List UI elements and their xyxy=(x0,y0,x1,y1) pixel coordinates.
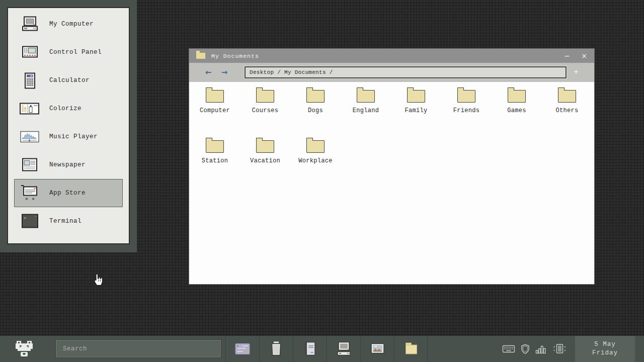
folder-label: Computer xyxy=(200,107,230,114)
music-player-icon xyxy=(18,129,41,144)
folder-label: England xyxy=(353,107,379,114)
bear-logo-icon xyxy=(14,339,34,359)
app-store-icon xyxy=(18,184,41,202)
folder-label: Family xyxy=(405,107,427,114)
menu-item-app-store[interactable]: App Store xyxy=(14,179,123,207)
menu-item-label: App Store xyxy=(49,190,86,197)
folder-item-vacation[interactable]: Vacation xyxy=(240,132,290,183)
folder-label: Vacation xyxy=(250,157,280,164)
menu-item-label: Control Panel xyxy=(49,49,102,56)
clock-date[interactable]: 5 May Friday xyxy=(575,336,635,362)
folder-icon xyxy=(508,90,526,103)
folder-icon xyxy=(558,90,576,103)
start-menu: My Computer Control Panel xyxy=(7,7,130,244)
date-weekday: Friday xyxy=(592,349,618,357)
calculator-icon xyxy=(18,72,41,89)
add-button[interactable]: + xyxy=(571,66,581,78)
window-title: My Documents xyxy=(211,53,259,59)
folder-icon xyxy=(457,90,475,103)
folder-icon xyxy=(256,90,274,103)
back-button[interactable]: ← xyxy=(202,66,214,78)
folder-label: Dogs xyxy=(308,107,323,114)
folder-item-england[interactable]: England xyxy=(341,82,391,132)
folder-icon xyxy=(306,140,325,153)
menu-item-control-panel[interactable]: Control Panel xyxy=(14,38,123,66)
folder-item-workplace[interactable]: Workplace xyxy=(290,132,341,183)
start-panel: My Computer Control Panel xyxy=(0,0,137,252)
folder-item-friends[interactable]: Friends xyxy=(441,82,492,132)
folder-label: Others xyxy=(555,107,578,114)
folder-icon xyxy=(407,90,425,103)
folder-item-courses[interactable]: Courses xyxy=(240,82,290,132)
folder-icon xyxy=(206,140,224,153)
start-logo-button[interactable] xyxy=(14,339,34,361)
folder-label: Courses xyxy=(252,107,279,114)
titlebar-folder-icon xyxy=(196,53,205,59)
folder-item-others[interactable]: Others xyxy=(542,82,592,132)
computer-icon xyxy=(335,340,353,358)
taskbar-app-computer[interactable] xyxy=(327,336,360,362)
folder-label: Workplace xyxy=(298,157,333,164)
folder-icon xyxy=(256,140,274,153)
folder-label: Station xyxy=(202,157,228,164)
terminal-icon: > xyxy=(18,214,41,229)
menu-item-label: Music Player xyxy=(49,133,98,140)
control-panel-icon xyxy=(18,44,41,60)
date-day: 5 May xyxy=(594,340,616,349)
taskbar-app-folder[interactable] xyxy=(394,336,428,362)
forward-button[interactable]: → xyxy=(218,66,230,78)
my-computer-icon xyxy=(18,16,41,32)
menu-item-colorize[interactable]: Colorize xyxy=(14,95,123,123)
hand-cursor xyxy=(92,273,104,290)
system-tray xyxy=(502,336,566,362)
taskbar-app-card[interactable] xyxy=(225,336,259,362)
folder-label: Games xyxy=(507,107,526,114)
taskbar-app-notebook[interactable] xyxy=(293,336,327,362)
window-toolbar: ← → + xyxy=(189,63,594,82)
menu-item-terminal[interactable]: > Terminal xyxy=(14,207,123,235)
my-documents-window: My Documents − × ← → + Computer Courses … xyxy=(189,49,594,284)
folder-icon xyxy=(402,340,420,358)
shield-icon[interactable] xyxy=(521,344,530,354)
folder-icon xyxy=(306,90,325,103)
notebook-icon xyxy=(301,340,319,358)
window-titlebar[interactable]: My Documents − × xyxy=(189,49,594,63)
taskbar: 5 May Friday xyxy=(0,336,644,362)
search-input[interactable] xyxy=(55,339,221,358)
close-button[interactable]: × xyxy=(577,49,591,63)
trash-icon xyxy=(267,340,285,358)
colorize-icon xyxy=(18,101,41,116)
menu-item-label: Terminal xyxy=(49,218,82,225)
svg-text:>: > xyxy=(24,216,26,220)
picture-icon xyxy=(368,340,386,358)
address-bar[interactable] xyxy=(245,66,567,78)
folder-row: Computer Courses Dogs England Family Fri… xyxy=(190,82,592,132)
taskbar-app-trash[interactable] xyxy=(259,336,293,362)
newspaper-icon xyxy=(18,157,41,173)
menu-item-label: Newspaper xyxy=(49,161,86,168)
folder-item-dogs[interactable]: Dogs xyxy=(290,82,341,132)
folder-item-games[interactable]: Games xyxy=(492,82,542,132)
menu-item-calculator[interactable]: Calculator xyxy=(14,66,123,95)
menu-item-label: My Computer xyxy=(49,21,94,28)
taskbar-apps xyxy=(225,336,428,362)
folder-row: Station Vacation Workplace xyxy=(190,132,592,183)
menu-item-music-player[interactable]: Music Player xyxy=(14,123,123,151)
keyboard-icon[interactable] xyxy=(502,344,515,354)
menu-item-label: Colorize xyxy=(49,105,82,112)
minimize-button[interactable]: − xyxy=(560,49,574,63)
menu-item-label: Calculator xyxy=(49,77,90,84)
menu-item-my-computer[interactable]: My Computer xyxy=(14,10,123,38)
taskbar-app-picture[interactable] xyxy=(360,336,394,362)
card-icon xyxy=(233,340,252,358)
folder-label: Friends xyxy=(453,107,480,114)
phone-vibrate-icon[interactable] xyxy=(552,343,566,354)
folder-icon xyxy=(357,90,375,103)
folder-icon xyxy=(206,90,224,103)
folder-item-family[interactable]: Family xyxy=(391,82,441,132)
folder-item-computer[interactable]: Computer xyxy=(190,82,240,132)
signal-bars-icon[interactable] xyxy=(535,344,546,354)
menu-item-newspaper[interactable]: Newspaper xyxy=(14,151,123,179)
folder-grid: Computer Courses Dogs England Family Fri… xyxy=(190,82,592,183)
folder-item-station[interactable]: Station xyxy=(190,132,240,183)
